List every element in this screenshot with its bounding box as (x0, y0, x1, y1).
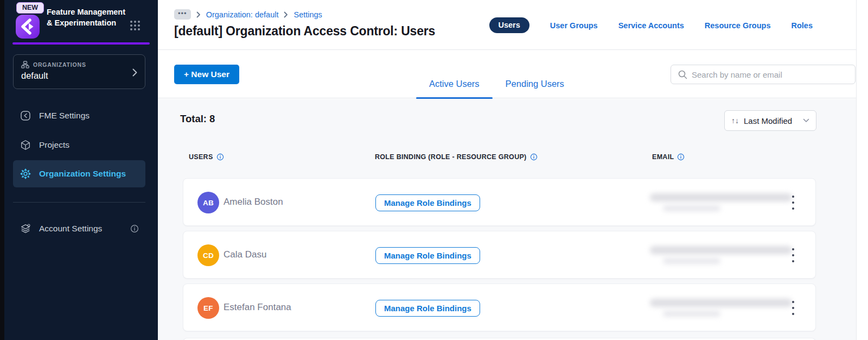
chevron-down-icon (803, 118, 809, 123)
main-content: ••• Organization: default Settings [defa… (158, 0, 857, 340)
sidebar-item-label: Account Settings (39, 224, 102, 234)
new-user-button[interactable]: + New User (174, 65, 239, 84)
chevron-right-icon (284, 11, 288, 18)
sidebar-item-fme-settings[interactable]: FME Settings (13, 106, 145, 125)
toolbar: + New User Active Users Pending Users (158, 50, 856, 98)
manage-role-bindings-button[interactable]: Manage Role Bindings (375, 300, 480, 317)
sort-arrows-icon: ↑↓ (731, 116, 739, 125)
breadcrumb-link-settings[interactable]: Settings (293, 10, 322, 19)
user-name: Cala Dasu (224, 249, 266, 260)
search-input[interactable] (692, 70, 848, 79)
email-redacted (650, 191, 797, 215)
sidebar-item-label: FME Settings (39, 111, 90, 121)
account-settings-layers-icon (20, 223, 31, 235)
table-row: EF Estefan Fontana Manage Role Bindings (183, 284, 816, 331)
module-grid-icon[interactable] (129, 20, 141, 32)
sidebar-item-account-settings[interactable]: Account Settings (13, 219, 145, 238)
row-menu-kebab-icon[interactable] (789, 301, 797, 315)
info-icon[interactable] (530, 153, 538, 161)
org-selector[interactable]: ORGANIZATIONS default (13, 54, 145, 89)
info-icon[interactable] (677, 153, 685, 161)
row-menu-kebab-icon[interactable] (789, 196, 797, 210)
sort-dropdown[interactable]: ↑↓ Last Modified (724, 110, 816, 131)
page-header: ••• Organization: default Settings [defa… (158, 0, 856, 50)
chevron-right-icon (132, 68, 137, 77)
gear-icon (20, 168, 31, 180)
column-header-email: EMAIL (652, 153, 674, 161)
search-box (671, 65, 856, 84)
table-header-row: USERS ROLE BINDING (ROLE - RESOURCE GROU… (158, 153, 856, 162)
sidebar-item-label: Projects (39, 140, 69, 150)
manage-role-bindings-button[interactable]: Manage Role Bindings (375, 194, 480, 211)
fme-logo-icon (15, 14, 40, 39)
row-menu-kebab-icon[interactable] (789, 248, 797, 262)
window-edge (0, 0, 4, 340)
user-state-tabs: Active Users Pending Users (416, 50, 577, 98)
info-icon[interactable] (130, 224, 139, 233)
chevron-right-icon (196, 11, 201, 18)
column-header-role-binding: ROLE BINDING (ROLE - RESOURCE GROUP) (375, 153, 527, 161)
sidebar-item-label: Organization Settings (39, 169, 126, 179)
breadcrumb-ellipsis-button[interactable]: ••• (174, 9, 191, 20)
users-list-section: Total: 8 ↑↓ Last Modified USERS (158, 99, 856, 340)
nav-tab-user-groups[interactable]: User Groups (550, 21, 598, 30)
info-icon[interactable] (216, 153, 224, 161)
tab-pending-users[interactable]: Pending Users (493, 50, 577, 98)
breadcrumb-link-organization[interactable]: Organization: default (206, 10, 279, 19)
product-title: Feature Management & Experimentation (47, 7, 131, 28)
nav-tab-users[interactable]: Users (489, 17, 529, 33)
sidebar: NEW Feature Management & Experimentation (4, 0, 158, 340)
email-redacted (650, 243, 797, 267)
tab-active-users[interactable]: Active Users (416, 50, 493, 98)
org-selector-label: ORGANIZATIONS (33, 61, 86, 68)
app-window: NEW Feature Management & Experimentation (0, 0, 868, 340)
org-selector-value: default (21, 71, 48, 81)
manage-role-bindings-button[interactable]: Manage Role Bindings (375, 247, 480, 264)
nav-tab-resource-groups[interactable]: Resource Groups (705, 21, 771, 30)
breadcrumb: ••• Organization: default Settings (174, 9, 322, 20)
new-badge: NEW (16, 2, 44, 14)
sidebar-divider (13, 202, 145, 203)
table-row-partial (183, 338, 816, 340)
organizations-icon (21, 61, 29, 68)
sidebar-item-organization-settings[interactable]: Organization Settings (13, 160, 145, 187)
fme-settings-icon (20, 110, 31, 122)
page-title: [default] Organization Access Control: U… (174, 24, 435, 39)
email-redacted (650, 296, 797, 320)
brand-divider (12, 42, 150, 45)
nav-tab-roles[interactable]: Roles (792, 21, 813, 30)
user-name: Estefan Fontana (224, 302, 291, 313)
avatar: AB (197, 192, 219, 213)
access-control-nav: Users User Groups Service Accounts Resou… (489, 17, 813, 33)
column-header-users: USERS (189, 153, 213, 161)
table-row: AB Amelia Boston Manage Role Bindings (183, 178, 816, 226)
total-count: Total: 8 (180, 113, 215, 125)
sidebar-item-projects[interactable]: Projects (13, 136, 145, 154)
projects-cube-icon (20, 139, 31, 151)
search-icon (678, 70, 687, 79)
table-row: CD Cala Dasu Manage Role Bindings (183, 231, 816, 279)
sort-dropdown-value: Last Modified (744, 116, 798, 125)
avatar: EF (197, 297, 219, 319)
avatar: CD (197, 244, 219, 266)
user-name: Amelia Boston (224, 197, 283, 207)
nav-tab-service-accounts[interactable]: Service Accounts (618, 21, 684, 30)
